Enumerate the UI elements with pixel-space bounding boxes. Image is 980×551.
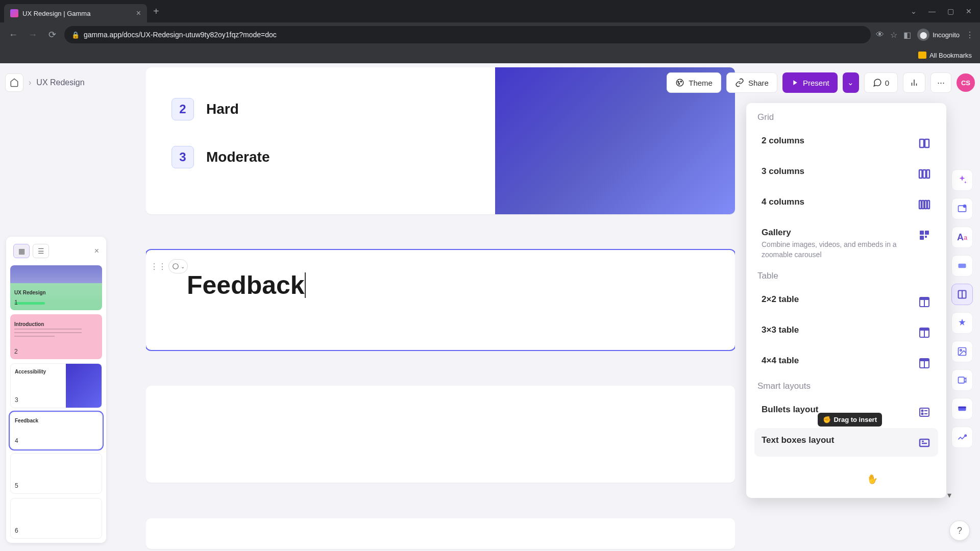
canvas: 2 Hard 3 Moderate ⋮⋮ ⌄ Feedback	[146, 63, 735, 551]
avatar[interactable]: CS	[957, 73, 975, 92]
list-view-toggle[interactable]: ☰	[33, 244, 49, 258]
all-bookmarks-link[interactable]: All Bookmarks	[929, 52, 972, 59]
slide-thumbnail[interactable]: Feedback 4	[10, 412, 102, 449]
present-button[interactable]: Present	[782, 72, 838, 93]
form-button[interactable]	[951, 427, 973, 448]
svg-rect-8	[920, 139, 924, 147]
svg-rect-12	[927, 170, 930, 178]
help-button[interactable]: ?	[949, 520, 970, 541]
card-style-button[interactable]: ⌄	[168, 259, 188, 273]
insert-option-3x3-table[interactable]: 3×3 table	[754, 318, 938, 346]
svg-rect-40	[959, 264, 966, 268]
app-viewport: › UX Redesign Theme Share Present ⌄ 0	[0, 63, 980, 551]
eye-off-icon[interactable]: 👁	[876, 30, 884, 39]
comments-button[interactable]: 0	[864, 72, 898, 93]
close-tab-icon[interactable]: ×	[136, 9, 141, 18]
section-heading: Smart layouts	[754, 381, 938, 391]
forward-button[interactable]: →	[26, 28, 40, 42]
grid-view-toggle[interactable]: ▦	[13, 244, 30, 258]
text-cursor	[305, 272, 306, 298]
columns-icon	[918, 137, 931, 150]
minimize-icon[interactable]: —	[925, 4, 939, 18]
svg-rect-18	[925, 231, 929, 235]
gallery-icon	[918, 229, 931, 242]
right-rail: Aa	[951, 169, 975, 448]
svg-point-0	[676, 79, 683, 86]
svg-rect-45	[959, 377, 965, 383]
analytics-button[interactable]	[903, 72, 925, 93]
list-item[interactable]: 2 Hard	[172, 98, 470, 120]
insert-option-4x4-table[interactable]: 4×4 table	[754, 348, 938, 377]
present-dropdown[interactable]: ⌄	[843, 72, 859, 93]
incognito-badge: ⬤ Incognito	[917, 29, 960, 41]
card-title[interactable]: Feedback	[187, 270, 305, 300]
back-button[interactable]: ←	[6, 28, 20, 42]
callout-button[interactable]	[951, 255, 973, 277]
chevron-right-icon: ›	[29, 78, 31, 87]
insert-option-3-columns[interactable]: 3 columns	[754, 159, 938, 188]
insert-option-text-boxes-layout[interactable]: ✊ Drag to insert Text boxes layout	[754, 428, 938, 457]
svg-point-44	[960, 349, 962, 351]
browser-tab-strip: UX Redesign | Gamma × + ⌄ — ▢ ✕	[0, 0, 980, 22]
doc-name[interactable]: UX Redesign	[36, 78, 84, 87]
slide-card[interactable]	[146, 386, 735, 483]
insert-option-2-columns[interactable]: 2 columns	[754, 129, 938, 157]
drag-handle-icon[interactable]: ⋮⋮	[152, 259, 164, 273]
scroll-down-icon[interactable]: ▾	[947, 490, 951, 500]
slide-card-active[interactable]: ⋮⋮ ⌄ Feedback	[146, 250, 735, 350]
url-input[interactable]: 🔒 gamma.app/docs/UX-Redesign-utuw9ty82oy…	[64, 26, 871, 43]
layout-button[interactable]	[951, 284, 973, 305]
text-boxes-icon	[918, 436, 931, 449]
visual-button[interactable]	[951, 312, 973, 334]
svg-rect-19	[920, 236, 924, 240]
svg-rect-11	[923, 170, 926, 178]
insert-option-2x2-table[interactable]: 2×2 table	[754, 287, 938, 316]
close-window-icon[interactable]: ✕	[962, 4, 976, 18]
slide-card[interactable]	[146, 518, 735, 549]
insert-option-gallery[interactable]: Gallery Combine images, videos, and embe…	[754, 220, 938, 267]
insert-panel: Grid 2 columns 3 columns 4 columns Galle…	[746, 103, 946, 498]
image-button[interactable]	[951, 341, 973, 362]
slide-thumbnail[interactable]: UX Redesign 1	[10, 265, 102, 310]
svg-rect-30	[920, 408, 929, 416]
side-panel-icon[interactable]: ◧	[903, 30, 911, 40]
svg-point-1	[678, 81, 679, 82]
card-templates-button[interactable]	[951, 198, 973, 219]
svg-rect-16	[927, 201, 929, 209]
browser-dropdown-icon[interactable]: ⌄	[906, 4, 921, 18]
close-panel-icon[interactable]: ×	[94, 246, 99, 256]
columns-icon	[918, 167, 931, 181]
theme-button[interactable]: Theme	[667, 72, 721, 93]
browser-tab[interactable]: UX Redesign | Gamma ×	[4, 4, 147, 22]
reload-button[interactable]: ⟳	[45, 28, 59, 42]
text-format-button[interactable]: Aa	[951, 227, 973, 248]
browser-menu-icon[interactable]: ⋮	[966, 30, 974, 40]
maximize-icon[interactable]: ▢	[943, 4, 958, 18]
table-icon	[918, 295, 931, 309]
breadcrumb: › UX Redesign	[5, 73, 85, 92]
slide-thumbnail[interactable]: 6	[10, 498, 102, 539]
svg-rect-9	[925, 139, 929, 147]
slide-thumbnail[interactable]: Introduction 2	[10, 314, 102, 359]
insert-option-4-columns[interactable]: 4 columns	[754, 190, 938, 218]
svg-rect-47	[959, 407, 966, 408]
ai-sparkle-button[interactable]	[951, 169, 973, 191]
incognito-icon: ⬤	[917, 29, 929, 41]
slide-thumbnail[interactable]: 5	[10, 453, 102, 494]
svg-rect-15	[925, 201, 927, 209]
share-button[interactable]: Share	[726, 72, 777, 93]
list-item[interactable]: 3 Moderate	[172, 146, 470, 168]
bookmark-star-icon[interactable]: ☆	[890, 30, 897, 40]
embed-button[interactable]	[951, 398, 973, 419]
slide-thumbnail[interactable]: Accessibility 3	[10, 363, 102, 408]
tab-title: UX Redesign | Gamma	[22, 10, 132, 17]
grab-icon: ✊	[823, 416, 831, 423]
more-menu-button[interactable]: ⋯	[930, 72, 951, 93]
home-button[interactable]	[5, 73, 23, 92]
slides-panel: ▦ ☰ × UX Redesign 1 Introduction 2 Acces…	[6, 237, 106, 543]
new-tab-button[interactable]: +	[153, 6, 159, 17]
mouse-cursor: ✋	[866, 472, 878, 485]
table-icon	[918, 326, 931, 339]
list-number-badge: 2	[172, 98, 194, 120]
video-button[interactable]	[951, 369, 973, 391]
